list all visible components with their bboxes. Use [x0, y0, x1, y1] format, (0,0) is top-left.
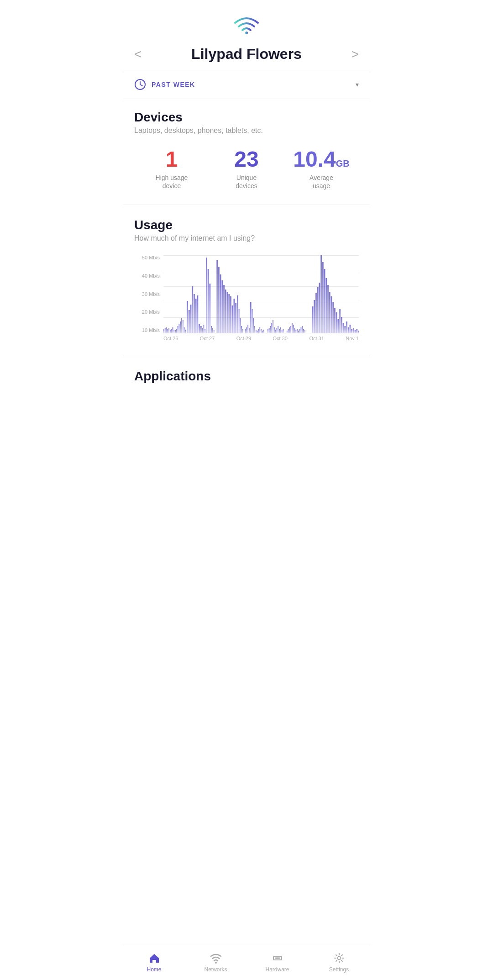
svg-rect-8 — [168, 328, 169, 333]
svg-rect-100 — [312, 306, 314, 333]
svg-rect-116 — [339, 309, 341, 333]
svg-rect-119 — [344, 326, 346, 333]
svg-rect-82 — [280, 327, 281, 333]
svg-rect-19 — [183, 320, 184, 333]
svg-rect-46 — [227, 292, 228, 333]
chart-x-label-oct27: Oct 27 — [200, 336, 215, 341]
svg-rect-62 — [252, 309, 253, 333]
svg-rect-32 — [203, 325, 204, 333]
prev-network-button[interactable]: < — [134, 48, 142, 61]
svg-rect-117 — [341, 317, 342, 333]
next-network-button[interactable]: > — [351, 48, 359, 61]
svg-rect-103 — [317, 287, 319, 333]
svg-rect-83 — [282, 330, 283, 333]
svg-rect-85 — [287, 331, 288, 333]
svg-rect-122 — [350, 325, 351, 333]
svg-rect-124 — [353, 328, 354, 333]
svg-rect-48 — [230, 296, 231, 333]
svg-rect-86 — [288, 329, 289, 333]
svg-rect-7 — [167, 329, 168, 333]
svg-rect-24 — [190, 305, 192, 333]
svg-rect-30 — [200, 326, 202, 333]
chart-x-label-oct26: Oct 26 — [163, 336, 178, 341]
network-name-row: < Lilypad Flowers > — [123, 44, 370, 70]
svg-rect-10 — [171, 329, 172, 333]
stat-high-usage-label: High usagedevice — [156, 174, 188, 190]
svg-rect-23 — [189, 310, 190, 333]
svg-rect-72 — [267, 329, 268, 333]
svg-rect-41 — [218, 267, 220, 333]
dropdown-arrow-icon: ▾ — [356, 81, 359, 88]
svg-rect-69 — [261, 329, 262, 333]
svg-rect-77 — [274, 327, 275, 333]
svg-rect-40 — [216, 260, 218, 333]
svg-rect-123 — [351, 329, 352, 333]
svg-rect-54 — [240, 318, 241, 333]
svg-rect-37 — [211, 326, 212, 333]
svg-rect-50 — [234, 299, 235, 333]
svg-rect-29 — [199, 324, 200, 333]
svg-rect-27 — [195, 299, 197, 333]
svg-rect-22 — [187, 301, 188, 333]
svg-rect-21 — [185, 330, 186, 333]
svg-rect-79 — [276, 328, 277, 333]
svg-rect-5 — [165, 328, 166, 333]
applications-section: Applications — [123, 356, 370, 431]
svg-rect-95 — [299, 329, 300, 333]
svg-rect-106 — [322, 262, 324, 333]
svg-rect-61 — [250, 302, 252, 333]
chart-y-label-30: 30 Mb/s — [142, 292, 160, 297]
time-filter-row[interactable]: PAST WEEK ▾ — [123, 70, 370, 99]
svg-rect-75 — [271, 323, 272, 333]
svg-rect-64 — [254, 326, 255, 333]
wifi-header — [123, 0, 370, 44]
chart-x-label-nov1: Nov 1 — [346, 336, 359, 341]
svg-rect-59 — [247, 325, 248, 333]
svg-rect-107 — [324, 269, 325, 333]
svg-rect-97 — [302, 326, 303, 333]
svg-rect-36 — [209, 284, 210, 333]
svg-rect-93 — [297, 329, 298, 333]
svg-rect-43 — [221, 280, 223, 333]
svg-rect-55 — [241, 326, 242, 333]
svg-rect-18 — [181, 318, 182, 333]
stat-unique-devices-value: 23 — [234, 148, 258, 172]
svg-rect-53 — [239, 309, 240, 333]
svg-rect-11 — [173, 327, 173, 333]
svg-rect-63 — [253, 318, 254, 333]
svg-rect-6 — [166, 327, 167, 333]
svg-rect-102 — [315, 293, 317, 333]
svg-rect-28 — [197, 295, 199, 333]
applications-title: Applications — [134, 369, 359, 384]
devices-subtitle: Laptops, desktops, phones, tablets, etc. — [134, 126, 359, 135]
svg-rect-71 — [263, 330, 264, 333]
svg-rect-12 — [173, 330, 174, 333]
svg-rect-81 — [279, 329, 280, 333]
devices-title: Devices — [134, 110, 359, 125]
svg-rect-118 — [343, 323, 344, 333]
svg-rect-42 — [220, 274, 221, 333]
svg-rect-70 — [262, 331, 263, 333]
svg-rect-101 — [314, 300, 315, 333]
svg-rect-47 — [228, 294, 230, 333]
wifi-icon — [233, 13, 260, 37]
usage-chart: 50 Mb/s 40 Mb/s 30 Mb/s 20 Mb/s 10 Mb/s — [134, 255, 359, 347]
svg-rect-35 — [208, 269, 209, 333]
svg-rect-115 — [337, 319, 339, 333]
svg-rect-78 — [275, 330, 276, 333]
devices-section: Devices Laptops, desktops, phones, table… — [123, 99, 370, 205]
svg-rect-126 — [356, 329, 357, 333]
svg-rect-66 — [257, 331, 258, 333]
chart-svg — [163, 255, 359, 333]
svg-rect-96 — [301, 327, 302, 333]
svg-rect-33 — [205, 329, 205, 333]
svg-rect-15 — [178, 326, 178, 333]
svg-rect-26 — [194, 294, 195, 333]
clock-icon — [134, 79, 146, 90]
svg-rect-111 — [331, 296, 332, 333]
svg-rect-39 — [214, 330, 215, 333]
chart-x-label-oct29: Oct 29 — [236, 336, 251, 341]
svg-rect-14 — [176, 329, 177, 333]
svg-rect-121 — [348, 327, 349, 333]
svg-rect-98 — [303, 329, 304, 333]
